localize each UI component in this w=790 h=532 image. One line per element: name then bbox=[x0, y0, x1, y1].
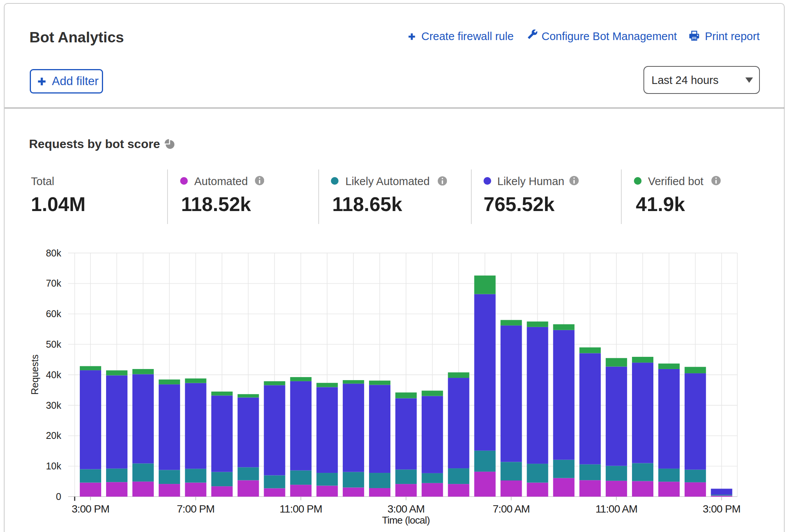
svg-text:0: 0 bbox=[56, 491, 61, 502]
svg-text:11:00 PM: 11:00 PM bbox=[280, 503, 322, 515]
svg-text:7:00 PM: 7:00 PM bbox=[177, 503, 214, 515]
svg-text:11:00 AM: 11:00 AM bbox=[595, 503, 637, 515]
svg-text:Time (local): Time (local) bbox=[382, 514, 430, 526]
svg-text:3:00 PM: 3:00 PM bbox=[72, 503, 110, 515]
svg-text:80k: 80k bbox=[46, 248, 61, 258]
svg-text:30k: 30k bbox=[46, 400, 61, 411]
svg-text:70k: 70k bbox=[46, 278, 61, 289]
svg-text:3:00 PM: 3:00 PM bbox=[703, 503, 740, 515]
svg-text:3:00 AM: 3:00 AM bbox=[387, 503, 424, 515]
svg-text:40k: 40k bbox=[46, 369, 61, 380]
svg-text:7:00 AM: 7:00 AM bbox=[493, 503, 530, 515]
svg-text:10k: 10k bbox=[46, 461, 61, 471]
svg-text:Requests: Requests bbox=[29, 355, 40, 395]
svg-text:20k: 20k bbox=[46, 430, 61, 441]
svg-text:50k: 50k bbox=[46, 339, 61, 350]
svg-text:60k: 60k bbox=[46, 308, 61, 319]
